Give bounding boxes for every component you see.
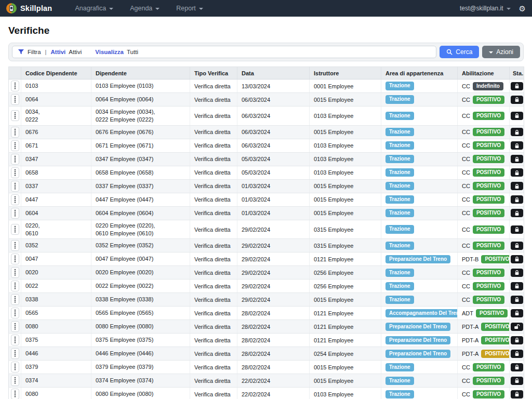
lock-closed-icon <box>514 210 520 216</box>
lock-button[interactable] <box>511 309 523 317</box>
row-menu-cell <box>9 179 21 193</box>
gear-icon[interactable]: ⚙ <box>519 5 526 12</box>
lock-button[interactable] <box>511 296 523 304</box>
row-menu-button[interactable] <box>11 321 19 332</box>
area-cell: Trazione <box>381 139 458 152</box>
area-cell: Preparazione Del Treno <box>381 320 458 334</box>
tipo-verifica-cell: Verifica diretta <box>190 252 237 266</box>
dipendente-line: 0676 Employee (0676) <box>96 128 185 136</box>
row-menu-button[interactable] <box>11 267 19 278</box>
lock-button[interactable] <box>511 195 523 204</box>
user-menu[interactable]: test@skillplan.it <box>460 5 511 12</box>
brand[interactable]: Skillplan <box>6 3 52 14</box>
navbar-menu-label: Anagrafica <box>75 5 106 12</box>
lock-button[interactable] <box>511 255 523 263</box>
istruttore-cell: 0015 Employee <box>310 93 381 107</box>
codice-cell: 0103 <box>21 79 91 93</box>
verifiche-table: Codice DipendenteDipendenteTipo Verifica… <box>8 66 524 399</box>
row-menu-button[interactable] <box>11 94 19 105</box>
lock-button[interactable] <box>511 363 523 371</box>
area-cell: Trazione <box>381 239 458 252</box>
lock-button[interactable] <box>511 390 523 398</box>
row-menu-button[interactable] <box>11 375 19 386</box>
search-button[interactable]: Cerca <box>440 46 479 58</box>
search-button-label: Cerca <box>456 48 472 56</box>
lock-button[interactable] <box>511 128 523 136</box>
lock-button[interactable] <box>511 242 523 250</box>
lock-button[interactable] <box>511 225 523 234</box>
row-menu-button[interactable] <box>11 348 19 359</box>
lock-button[interactable] <box>511 209 523 217</box>
navbar-menu-agenda[interactable]: Agenda <box>123 2 167 15</box>
row-menu-button[interactable] <box>11 240 19 251</box>
lock-button[interactable] <box>511 82 523 90</box>
istruttore-cell: 0015 Employee <box>310 206 381 220</box>
row-menu-button[interactable] <box>11 140 19 151</box>
tipo-verifica-cell: Verifica diretta <box>190 139 237 152</box>
filter-summary-field[interactable]: Filtra | Attivi Attivi Visualizza Tutti <box>12 46 436 58</box>
row-menu-button[interactable] <box>11 127 19 138</box>
codice-line: 0565 <box>25 309 87 317</box>
dipendente-cell: 0022 Employee (0022) <box>91 280 190 293</box>
row-menu-button[interactable] <box>11 224 19 235</box>
istruttore-cell: 0015 Employee <box>310 125 381 139</box>
abilitazione-line: CCPOSITIVO <box>462 242 505 250</box>
table-row: 06760676 Employee (0676)Verifica diretta… <box>9 125 524 139</box>
abilitazione-line: CCPOSITIVO <box>462 363 505 371</box>
filter-funnel-icon <box>18 49 24 55</box>
lock-button[interactable] <box>511 282 523 290</box>
lock-button[interactable] <box>511 112 523 120</box>
unlock-button[interactable] <box>511 323 523 331</box>
codice-line: 0347 <box>25 155 87 163</box>
lock-button[interactable] <box>511 336 523 344</box>
row-menu-button[interactable] <box>11 389 19 399</box>
istruttore-cell: 0015 Employee <box>310 293 381 307</box>
row-menu-cell <box>9 347 21 361</box>
row-menu-button[interactable] <box>11 362 19 373</box>
row-menu-button[interactable] <box>11 167 19 178</box>
row-menu-button[interactable] <box>11 294 19 305</box>
row-menu-button[interactable] <box>11 181 19 192</box>
lock-button[interactable] <box>511 155 523 163</box>
istruttore-cell: 0103 Employee <box>310 139 381 152</box>
codice-line: 0375 <box>25 336 87 344</box>
stato-cell <box>510 93 524 107</box>
actions-button[interactable]: Azioni <box>482 46 520 58</box>
row-menu-button[interactable] <box>11 208 19 219</box>
area-badge: Trazione <box>385 141 414 150</box>
codice-line: 0658 <box>25 169 87 177</box>
lock-button[interactable] <box>511 182 523 190</box>
lock-button[interactable] <box>511 168 523 177</box>
navbar-menu-report[interactable]: Report <box>169 2 210 15</box>
abilitazione-lines: CCIndefinito <box>462 82 505 90</box>
filter-visualizza-link[interactable]: Visualizza <box>95 49 124 55</box>
row-menu-button[interactable] <box>11 308 19 318</box>
abilitazione-lines: CCPOSITIVO <box>462 282 505 290</box>
lock-button[interactable] <box>511 377 523 385</box>
row-menu-button[interactable] <box>11 154 19 165</box>
navbar-menu-anagrafica[interactable]: Anagrafica <box>68 2 121 15</box>
dipendente-line: 0064 Employee (0064) <box>96 96 185 103</box>
lock-button[interactable] <box>511 141 523 150</box>
table-row: 03520352 Employee (0352)Verifica diretta… <box>9 239 524 252</box>
row-menu-button[interactable] <box>11 81 19 91</box>
lock-closed-icon <box>514 297 520 302</box>
area-badges: Trazione <box>385 390 453 399</box>
row-menu-button[interactable] <box>11 335 19 345</box>
row-menu-button[interactable] <box>11 254 19 264</box>
row-menu-button[interactable] <box>11 281 19 291</box>
lock-button[interactable] <box>511 269 523 277</box>
filter-attivi-link[interactable]: Attivi <box>51 49 66 55</box>
codice-cell: 0447 <box>21 193 91 206</box>
lock-button[interactable] <box>511 96 523 104</box>
kebab-icon <box>14 182 16 190</box>
codice-cell: 0676 <box>21 125 91 139</box>
lock-button[interactable] <box>511 350 523 358</box>
row-menu-button[interactable] <box>11 110 19 121</box>
row-menu-cell <box>9 280 21 293</box>
esito-badge: POSITIVO <box>473 141 504 150</box>
data-cell: 28/02/2024 <box>237 361 310 374</box>
lock-closed-icon <box>514 243 520 248</box>
abilitazione-code: PDT-B <box>462 256 478 262</box>
row-menu-button[interactable] <box>11 194 19 205</box>
